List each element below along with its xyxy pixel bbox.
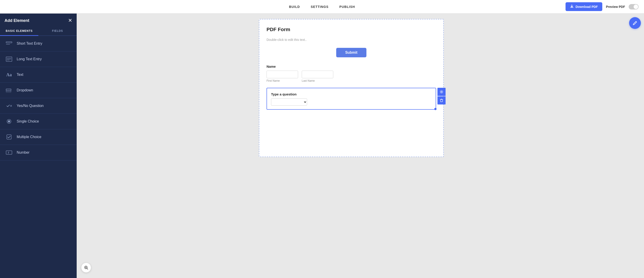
sidebar-item-short-text[interactable]: Short Text Entry (0, 36, 77, 52)
sidebar-item-label-dropdown: Dropdown (17, 88, 33, 92)
sidebar-item-label-long-text: Long Text Entry (17, 57, 42, 61)
sidebar-item-label-number: Number (17, 150, 30, 155)
sidebar-item-single-choice[interactable]: Single Choice (0, 114, 77, 129)
submit-button[interactable]: Submit (336, 48, 366, 57)
first-name-wrap: First Name (266, 71, 298, 82)
nav-right: Download PDF Preview PDF (566, 2, 638, 11)
question-label[interactable]: Type a question (271, 92, 432, 96)
preview-toggle[interactable] (629, 4, 638, 10)
sidebar-item-label-multiple-choice: Multiple Choice (17, 135, 41, 139)
delete-block-button[interactable] (438, 96, 446, 105)
close-sidebar-button[interactable]: ✕ (68, 18, 72, 23)
question-dropdown[interactable] (271, 98, 307, 106)
nav-center: BUILD SETTINGS PUBLISH (289, 4, 355, 10)
top-nav: BUILD SETTINGS PUBLISH Download PDF Prev… (0, 0, 644, 14)
fab-edit-button[interactable] (629, 17, 641, 29)
last-name-wrap: Last Name (302, 71, 333, 82)
question-block[interactable]: Type a question (266, 88, 436, 110)
preview-pdf-label: Preview PDF (606, 5, 625, 9)
pdf-form-subtitle[interactable]: Double-click to edit this text.. (266, 38, 436, 42)
nav-tab-publish[interactable]: PUBLISH (339, 4, 355, 10)
short-text-icon (6, 40, 13, 47)
dropdown-icon (6, 87, 13, 94)
sidebar-item-label-single-choice: Single Choice (17, 119, 39, 123)
sidebar-item-number[interactable]: 7 Number (0, 145, 77, 160)
pdf-form-title: PDF Form (266, 27, 436, 33)
question-block-actions (438, 88, 446, 105)
form-name-fields: First Name Last Name (266, 71, 436, 82)
tab-fields[interactable]: FIELDS (38, 27, 77, 36)
single-choice-icon (6, 118, 13, 125)
sidebar-item-label-yes-no: Yes/No Question (17, 104, 44, 108)
text-icon: Aa (6, 71, 13, 78)
first-name-label: First Name (266, 79, 298, 82)
sidebar-item-text[interactable]: Aa Text (0, 67, 77, 83)
long-text-icon (6, 56, 13, 63)
sidebar-items: Short Text Entry Long Text Entry Aa (0, 36, 77, 160)
svg-point-10 (8, 120, 10, 123)
canvas-inner: PDF Form Double-click to edit this text.… (259, 19, 444, 272)
svg-rect-0 (6, 42, 12, 43)
sidebar-title: Add Element (4, 18, 29, 23)
settings-block-button[interactable] (438, 88, 446, 96)
multiple-choice-icon (6, 133, 13, 141)
download-pdf-label: Download PDF (576, 5, 598, 9)
sidebar-item-long-text[interactable]: Long Text Entry (0, 52, 77, 67)
canvas-area: PDF Form Double-click to edit this text.… (77, 14, 626, 278)
sidebar-item-multiple-choice[interactable]: Multiple Choice (0, 129, 77, 145)
submit-btn-wrapper: Submit (266, 48, 436, 57)
last-name-label: Last Name (302, 79, 333, 82)
sidebar-item-label-short-text: Short Text Entry (17, 42, 42, 46)
zoom-button[interactable] (81, 263, 91, 272)
number-icon: 7 (6, 149, 13, 156)
form-name-label: Name (266, 65, 436, 68)
svg-rect-6 (6, 89, 11, 90)
download-pdf-button[interactable]: Download PDF (566, 2, 602, 11)
svg-rect-7 (6, 90, 11, 92)
yes-no-icon (6, 102, 13, 109)
sidebar-item-yes-no[interactable]: Yes/No Question (0, 98, 77, 114)
main-layout: Add Element ✕ BASIC ELEMENTS FIELDS Shor… (0, 14, 644, 278)
first-name-input[interactable] (266, 71, 298, 78)
download-icon (570, 5, 574, 9)
nav-tab-build[interactable]: BUILD (289, 4, 300, 10)
pdf-form-container[interactable]: PDF Form Double-click to edit this text.… (259, 19, 444, 157)
svg-line-18 (87, 268, 88, 269)
sidebar-tabs: BASIC ELEMENTS FIELDS (0, 27, 77, 36)
svg-text:7: 7 (8, 151, 9, 154)
tab-basic-elements[interactable]: BASIC ELEMENTS (0, 27, 38, 36)
svg-point-14 (441, 91, 442, 93)
svg-rect-8 (6, 92, 11, 93)
sidebar-item-label-text: Text (17, 73, 23, 77)
form-name-section: Name First Name Last Name (266, 65, 436, 82)
last-name-input[interactable] (302, 71, 333, 78)
sidebar: Add Element ✕ BASIC ELEMENTS FIELDS Shor… (0, 14, 77, 278)
resize-handle[interactable] (434, 108, 436, 110)
right-panel (626, 14, 644, 278)
sidebar-item-dropdown[interactable]: Dropdown (0, 83, 77, 98)
nav-tab-settings[interactable]: SETTINGS (311, 4, 328, 10)
sidebar-header: Add Element ✕ (0, 14, 77, 27)
